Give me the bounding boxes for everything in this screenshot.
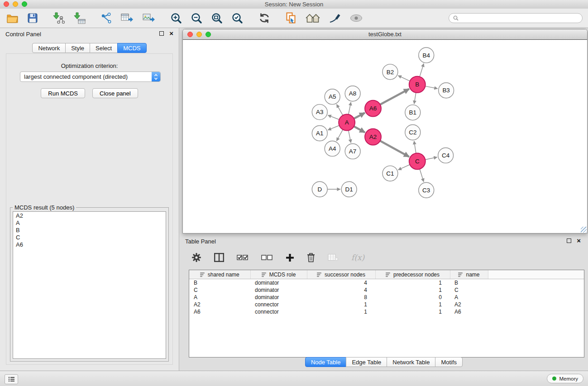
save-session-button[interactable] bbox=[27, 12, 38, 24]
node-B1[interactable]: B1 bbox=[405, 105, 421, 120]
tab-network-table[interactable]: Network Table bbox=[387, 357, 435, 367]
edge-A-A8[interactable] bbox=[349, 102, 351, 114]
optimization-dropdown[interactable]: largest connected component (directed) bbox=[20, 71, 161, 82]
node-C[interactable]: C bbox=[409, 153, 425, 169]
cell[interactable]: A2 bbox=[189, 301, 250, 308]
cell[interactable]: A6 bbox=[450, 308, 488, 315]
node-D[interactable]: D bbox=[312, 181, 327, 197]
cell[interactable]: A2 bbox=[450, 301, 488, 308]
import-network-button[interactable] bbox=[52, 11, 66, 25]
cell[interactable]: 4 bbox=[307, 279, 375, 287]
deselect-all-button[interactable] bbox=[260, 253, 274, 262]
node-B4[interactable]: B4 bbox=[419, 48, 434, 63]
search-input[interactable] bbox=[461, 14, 578, 22]
tab-network[interactable]: Network bbox=[32, 43, 66, 53]
node-B[interactable]: B bbox=[409, 76, 425, 93]
cell[interactable]: 0 bbox=[375, 294, 450, 301]
cell[interactable]: 1 bbox=[307, 308, 375, 315]
tab-select[interactable]: Select bbox=[90, 43, 118, 53]
table-row-c[interactable]: Cdominator41C bbox=[189, 286, 584, 294]
edge-B-B3[interactable] bbox=[425, 86, 437, 88]
select-all-button[interactable] bbox=[236, 253, 249, 262]
cell[interactable]: A6 bbox=[189, 308, 250, 315]
run-mcds-button[interactable]: Run MCDS bbox=[41, 88, 85, 98]
cell[interactable]: 1 bbox=[375, 286, 450, 294]
new-network-button[interactable] bbox=[100, 11, 113, 25]
zoom-selected-button[interactable] bbox=[231, 12, 244, 25]
node-C2[interactable]: C2 bbox=[405, 125, 421, 140]
cell[interactable]: 1 bbox=[375, 301, 450, 308]
node-A6[interactable]: A6 bbox=[365, 100, 381, 117]
result-item-a6[interactable]: A6 bbox=[15, 241, 164, 248]
cell[interactable]: 8 bbox=[307, 294, 375, 301]
tab-mcds[interactable]: MCDS bbox=[117, 43, 146, 53]
cell[interactable]: connector bbox=[250, 308, 307, 315]
zoom-fit-button[interactable] bbox=[210, 12, 224, 25]
node-A5[interactable]: A5 bbox=[325, 89, 340, 105]
table-settings-button[interactable] bbox=[191, 252, 202, 263]
table-panel-close-button[interactable]: × bbox=[577, 238, 581, 243]
result-item-a2[interactable]: A2 bbox=[15, 212, 164, 219]
search-box[interactable] bbox=[449, 13, 583, 23]
export-table-button[interactable] bbox=[120, 12, 134, 24]
edge-A-A5[interactable] bbox=[337, 105, 343, 115]
edge-A-A4[interactable] bbox=[337, 129, 343, 141]
network-graph[interactable]: AA1A2A3A4A5A6A7A8BB1B2B3B4CC1C2C3C4DD1 bbox=[183, 40, 587, 233]
add-column-button[interactable] bbox=[285, 253, 295, 263]
clear-table-button[interactable] bbox=[327, 253, 339, 262]
tab-style[interactable]: Style bbox=[65, 43, 90, 53]
delete-column-button[interactable] bbox=[306, 252, 316, 263]
table-row-a6[interactable]: A6connector11A6 bbox=[189, 308, 584, 315]
node-B2[interactable]: B2 bbox=[382, 64, 398, 80]
export-image-button[interactable] bbox=[142, 12, 156, 24]
tab-motifs[interactable]: Motifs bbox=[435, 357, 463, 367]
result-item-c[interactable]: C bbox=[15, 234, 164, 241]
edge-A-A3[interactable] bbox=[328, 115, 339, 120]
cell[interactable]: C bbox=[189, 286, 250, 294]
edge-A-A1[interactable] bbox=[328, 125, 339, 130]
resize-handle[interactable] bbox=[581, 227, 587, 233]
cell[interactable]: B bbox=[189, 279, 250, 287]
zoom-in-button[interactable] bbox=[170, 12, 183, 25]
cell[interactable]: connector bbox=[250, 301, 307, 308]
cell[interactable]: C bbox=[450, 286, 488, 294]
table-row-b[interactable]: Bdominator41B bbox=[189, 279, 584, 287]
node-C1[interactable]: C1 bbox=[382, 166, 398, 181]
result-item-b[interactable]: B bbox=[15, 227, 164, 234]
table-row-a[interactable]: Adominator80A bbox=[189, 294, 584, 301]
show-columns-button[interactable] bbox=[213, 252, 225, 263]
control-panel-close-button[interactable]: × bbox=[169, 30, 173, 36]
node-B3[interactable]: B3 bbox=[439, 83, 454, 98]
memory-button[interactable]: Memory bbox=[547, 374, 583, 383]
edge-A6-B[interactable] bbox=[380, 89, 409, 105]
cell[interactable]: A bbox=[189, 294, 250, 301]
column-header-successor-nodes[interactable]: successor nodes bbox=[307, 270, 375, 279]
column-header-predecessor-nodes[interactable]: predecessor nodes bbox=[375, 270, 450, 279]
node-A7[interactable]: A7 bbox=[345, 143, 360, 159]
column-header-MCDS-role[interactable]: MCDS role bbox=[250, 270, 307, 279]
network-canvas[interactable]: AA1A2A3A4A5A6A7A8BB1B2B3B4CC1C2C3C4DD1 bbox=[183, 39, 587, 233]
table-panel-float-button[interactable] bbox=[567, 238, 571, 243]
control-panel-float-button[interactable] bbox=[159, 31, 164, 36]
edge-C-C3[interactable] bbox=[420, 169, 424, 182]
edge-A2-C[interactable] bbox=[380, 141, 409, 157]
cell[interactable]: 1 bbox=[375, 279, 450, 287]
edge-C-C2[interactable] bbox=[414, 141, 416, 153]
cell[interactable]: dominator bbox=[250, 279, 307, 287]
edge-B-B1[interactable] bbox=[414, 93, 416, 104]
node-A2[interactable]: A2 bbox=[365, 129, 381, 145]
close-panel-button[interactable]: Close panel bbox=[92, 88, 138, 98]
home-button[interactable] bbox=[305, 12, 321, 24]
cell[interactable]: 1 bbox=[307, 301, 375, 308]
column-header-shared-name[interactable]: shared name bbox=[189, 270, 250, 279]
cell[interactable]: 4 bbox=[307, 286, 375, 294]
edge-B-B4[interactable] bbox=[420, 63, 424, 76]
cell[interactable]: A bbox=[450, 294, 488, 301]
cell[interactable]: dominator bbox=[250, 286, 307, 294]
column-header-name[interactable]: name bbox=[450, 270, 488, 279]
import-table-button[interactable] bbox=[73, 11, 86, 25]
node-A3[interactable]: A3 bbox=[312, 105, 327, 120]
function-builder-button[interactable]: f(x) bbox=[350, 252, 365, 263]
graphics-details-button[interactable] bbox=[349, 13, 363, 23]
open-session-button[interactable] bbox=[5, 12, 19, 24]
